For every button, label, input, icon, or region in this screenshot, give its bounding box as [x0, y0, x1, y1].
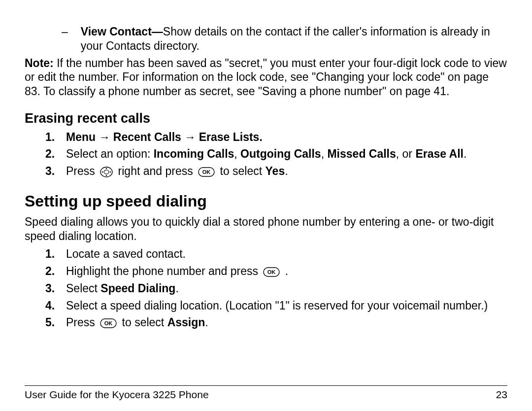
erase-step-2: 2. Select an option: Incoming Calls, Out…: [45, 147, 507, 161]
step-text: Select an option: Incoming Calls, Outgoi…: [66, 147, 507, 161]
svg-text:OK: OK: [104, 320, 113, 326]
dash-marker: –: [62, 25, 68, 53]
note-text: If the number has been saved as "secret,…: [25, 57, 507, 98]
step-number: 2.: [45, 264, 55, 278]
step-number: 1.: [45, 130, 55, 144]
list-item-view-contact: – View Contact—Show details on the conta…: [62, 25, 507, 53]
svg-point-5: [110, 171, 111, 172]
step-number: 3.: [45, 164, 55, 178]
speed-step-5: 5. Press OK to select Assign.: [45, 315, 507, 330]
heading-erasing-calls: Erasing recent calls: [25, 110, 507, 127]
speed-step-3: 3. Select Speed Dialing.: [45, 281, 507, 296]
speed-step-2: 2. Highlight the phone number and press …: [45, 264, 507, 278]
ok-icon: OK: [100, 318, 117, 328]
note-paragraph: Note: If the number has been saved as "s…: [25, 56, 507, 99]
svg-text:OK: OK: [267, 269, 276, 275]
page-footer: User Guide for the Kyocera 3225 Phone 23: [25, 385, 507, 401]
step-text: Highlight the phone number and press OK …: [66, 264, 507, 278]
footer-title: User Guide for the Kyocera 3225 Phone: [25, 388, 209, 401]
nav-icon: [100, 167, 113, 177]
step-number: 3.: [45, 281, 55, 296]
heading-speed-dialing: Setting up speed dialing: [25, 191, 507, 211]
step-text: Press OK to select Assign.: [66, 315, 507, 330]
note-label: Note:: [25, 57, 54, 69]
svg-point-2: [106, 168, 107, 169]
step-number: 5.: [45, 315, 55, 330]
step-number: 2.: [45, 147, 55, 161]
page-number: 23: [496, 388, 507, 401]
step-text: Press right and press OK to select Yes.: [66, 164, 507, 178]
step-number: 1.: [45, 247, 55, 261]
step-text: Select Speed Dialing.: [66, 281, 507, 296]
svg-point-4: [102, 171, 103, 172]
step-text: Menu → Recent Calls → Erase Lists.: [66, 130, 507, 144]
step-number: 4.: [45, 299, 55, 313]
speed-step-1: 1. Locate a saved contact.: [45, 247, 507, 261]
svg-text:OK: OK: [202, 169, 211, 175]
view-contact-label: View Contact—: [81, 25, 163, 38]
step-text: Locate a saved contact.: [66, 247, 507, 261]
speed-intro: Speed dialing allows you to quickly dial…: [25, 215, 507, 243]
ok-icon: OK: [263, 267, 280, 277]
step-text: Select a speed dialing location. (Locati…: [66, 299, 507, 313]
speed-step-4: 4. Select a speed dialing location. (Loc…: [45, 299, 507, 313]
erase-step-1: 1. Menu → Recent Calls → Erase Lists.: [45, 130, 507, 144]
svg-point-3: [106, 175, 107, 176]
ok-icon: OK: [198, 167, 215, 177]
erase-step-3: 3. Press right and press OK to select Ye…: [45, 164, 507, 178]
list-item-text: View Contact—Show details on the contact…: [81, 25, 507, 53]
svg-point-1: [104, 170, 109, 174]
